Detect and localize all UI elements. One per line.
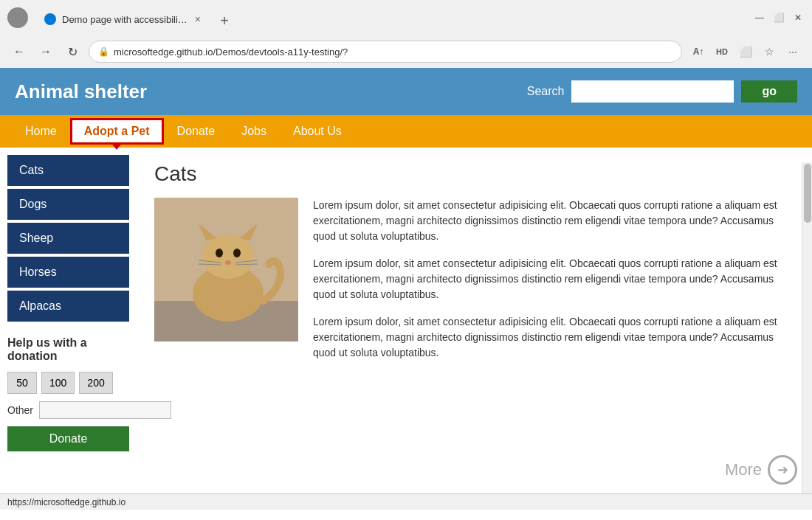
nav-item-donate[interactable]: Donate: [164, 119, 229, 144]
window-controls: — ⬜ ✕: [753, 11, 805, 24]
search-input[interactable]: [571, 80, 734, 103]
toolbar-icons: A↑ HD ⬜ ☆ ···: [688, 41, 803, 62]
nav-item-home[interactable]: Home: [12, 119, 70, 144]
other-label: Other: [7, 404, 33, 416]
sidebar-item-sheep[interactable]: Sheep: [7, 223, 129, 254]
cast-button[interactable]: ⬜: [735, 41, 756, 62]
close-button[interactable]: ✕: [791, 11, 805, 24]
sidebar-item-alpacas[interactable]: Alpacas: [7, 291, 129, 322]
svg-point-7: [233, 249, 241, 257]
back-button[interactable]: ←: [9, 41, 30, 62]
amount-200-button[interactable]: 200: [79, 372, 112, 394]
more-button[interactable]: ···: [782, 41, 803, 62]
amount-50-button[interactable]: 50: [7, 372, 37, 394]
more-arrow-icon: ➜: [768, 455, 797, 485]
svg-point-6: [216, 249, 223, 257]
search-area: Search go: [527, 80, 797, 103]
minimize-button[interactable]: —: [753, 11, 766, 24]
content-area: Cats: [137, 148, 812, 493]
maximize-button[interactable]: ⬜: [772, 11, 785, 24]
address-bar: ← → ↻ 🔒 microsoftedge.github.io/Demos/de…: [0, 35, 812, 68]
browser-tab[interactable]: Demo page with accessibility issu ×: [34, 7, 211, 31]
site-title: Animal shelter: [15, 80, 527, 103]
paragraph-3: Lorem ipsum dolor, sit amet consectetur …: [313, 314, 794, 361]
donate-button[interactable]: Donate: [7, 426, 129, 451]
search-label: Search: [527, 85, 565, 98]
sidebar-item-horses[interactable]: Horses: [7, 257, 129, 288]
text-paragraphs: Lorem ipsum dolor, sit amet consectetur …: [313, 198, 794, 361]
sidebar: Cats Dogs Sheep Horses Alpacas Help us w…: [0, 148, 137, 493]
amount-100-button[interactable]: 100: [41, 372, 75, 394]
site-header: Animal shelter Search go: [0, 68, 812, 115]
sidebar-item-cats[interactable]: Cats: [7, 155, 129, 186]
site-nav: Home Adopt a Pet Donate Jobs About Us: [0, 115, 812, 148]
url-bar[interactable]: 🔒 microsoftedge.github.io/Demos/devtools…: [89, 41, 682, 63]
profile-icon[interactable]: [7, 7, 28, 28]
svg-point-3: [202, 235, 254, 279]
site-main: Cats Dogs Sheep Horses Alpacas Help us w…: [0, 148, 812, 493]
cat-image: [154, 198, 298, 342]
paragraph-1: Lorem ipsum dolor, sit amet consectetur …: [313, 198, 794, 244]
url-text: microsoftedge.github.io/Demos/devtools-a…: [114, 46, 348, 58]
nav-item-adopt[interactable]: Adopt a Pet: [70, 118, 164, 145]
nav-item-about[interactable]: About Us: [280, 119, 355, 144]
content-body: Lorem ipsum dolor, sit amet consectetur …: [154, 198, 794, 361]
paragraph-2: Lorem ipsum dolor, sit amet consectetur …: [313, 256, 794, 302]
hd-button[interactable]: HD: [712, 41, 732, 62]
other-amount-row: Other: [7, 401, 129, 419]
new-tab-button[interactable]: +: [214, 10, 235, 31]
title-bar: Demo page with accessibility issu × + — …: [0, 0, 812, 35]
website: Animal shelter Search go Home Adopt a Pe…: [0, 68, 812, 493]
tab-label: Demo page with accessibility issu: [62, 14, 189, 25]
status-bar: https://microsoftedge.github.io: [0, 493, 812, 510]
more-link[interactable]: More ➜: [725, 455, 797, 485]
content-title: Cats: [154, 162, 794, 186]
more-label: More: [725, 460, 762, 479]
donation-amounts: 50 100 200: [7, 372, 129, 394]
sidebar-item-dogs[interactable]: Dogs: [7, 189, 129, 220]
search-go-button[interactable]: go: [741, 80, 797, 103]
forward-button[interactable]: →: [35, 41, 56, 62]
status-url: https://microsoftedge.github.io: [7, 497, 125, 507]
svg-point-8: [225, 260, 231, 265]
nav-item-jobs[interactable]: Jobs: [228, 119, 280, 144]
donation-title: Help us with a donation: [7, 336, 129, 363]
donation-section: Help us with a donation 50 100 200 Other…: [7, 336, 129, 451]
refresh-button[interactable]: ↻: [62, 41, 83, 62]
favorites-button[interactable]: ☆: [759, 41, 780, 62]
scrollbar[interactable]: [802, 162, 812, 493]
tab-favicon: [44, 13, 56, 25]
tab-close-button[interactable]: ×: [195, 13, 201, 25]
sidebar-nav: Cats Dogs Sheep Horses Alpacas: [7, 155, 129, 322]
read-aloud-button[interactable]: A↑: [688, 41, 709, 62]
scrollbar-thumb[interactable]: [804, 164, 811, 223]
lock-icon: 🔒: [98, 46, 109, 57]
